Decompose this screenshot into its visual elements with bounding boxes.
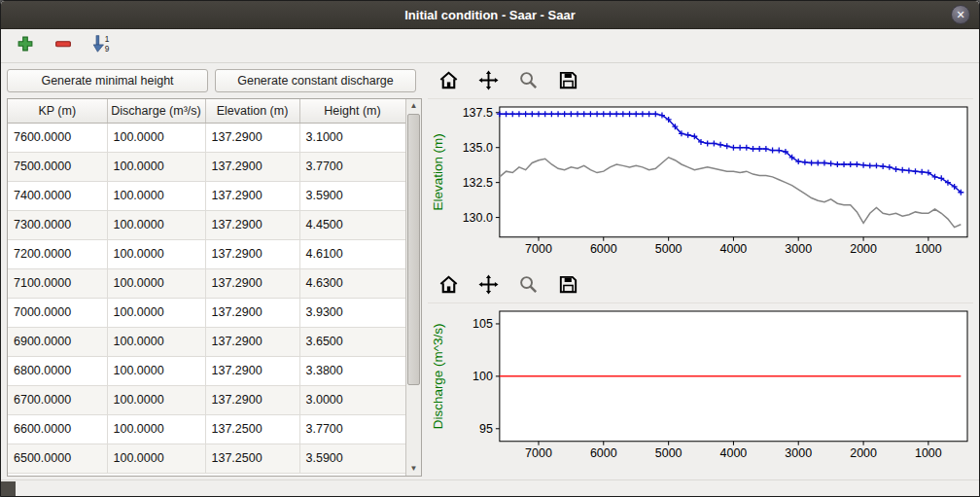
save-icon — [557, 69, 579, 95]
zoom-button[interactable] — [515, 274, 541, 300]
save-button[interactable] — [555, 70, 580, 95]
table-cell[interactable]: 4.6300 — [299, 268, 405, 298]
table-cell[interactable]: 137.2500 — [205, 414, 299, 444]
table-row[interactable]: 6900.0000100.0000137.29003.6500 — [8, 327, 405, 356]
table-cell[interactable]: 7500.0000 — [8, 152, 107, 181]
table-cell[interactable]: 137.2900 — [205, 356, 299, 385]
svg-text:135.0: 135.0 — [463, 141, 493, 155]
home-button[interactable] — [436, 274, 461, 300]
table-cell[interactable]: 100.0000 — [107, 444, 205, 473]
table-cell[interactable]: 137.2900 — [205, 152, 299, 181]
table-cell[interactable]: 137.2900 — [205, 268, 299, 298]
table-cell[interactable]: 7100.0000 — [8, 268, 107, 298]
table-cell[interactable]: 100.0000 — [107, 239, 205, 268]
table-cell[interactable]: 137.2500 — [205, 444, 299, 473]
table-cell[interactable]: 100.0000 — [107, 181, 205, 210]
pan-button[interactable] — [475, 70, 501, 95]
table-row[interactable]: 6800.0000100.0000137.29003.3800 — [8, 356, 405, 385]
close-button[interactable]: ✕ — [951, 5, 970, 24]
table-cell[interactable]: 6900.0000 — [8, 327, 107, 356]
discharge-chart[interactable]: Discharge (m^3/s)95100105700060005000400… — [428, 303, 973, 475]
table-row[interactable]: 7300.0000100.0000137.29004.4500 — [8, 210, 405, 239]
table-row[interactable]: 7500.0000100.0000137.29003.7700 — [8, 152, 405, 181]
generate-minimal-height-button[interactable]: Generate minimal height — [7, 69, 208, 92]
table-cell[interactable]: 7000.0000 — [8, 298, 107, 327]
svg-text:1000: 1000 — [915, 446, 942, 460]
table-cell[interactable]: 3.3800 — [299, 356, 405, 385]
table-cell[interactable]: 3.6500 — [299, 327, 405, 356]
table-row[interactable]: 7600.0000100.0000137.29003.1000 — [8, 123, 405, 152]
table-cell[interactable]: 3.7700 — [299, 414, 405, 444]
table-cell[interactable]: 100.0000 — [107, 327, 205, 356]
table-cell[interactable]: 7200.0000 — [8, 239, 107, 268]
column-header[interactable]: KP (m) — [8, 99, 107, 123]
table-row[interactable]: 6700.0000100.0000137.29003.0000 — [8, 385, 405, 414]
scroll-down-icon[interactable]: ▼ — [406, 462, 421, 476]
table-cell[interactable]: 4.6100 — [299, 239, 405, 268]
table-cell[interactable]: 6500.0000 — [8, 444, 107, 473]
table-cell[interactable]: 3.5900 — [299, 444, 405, 473]
add-row-button[interactable] — [13, 33, 38, 58]
table-cell[interactable]: 7300.0000 — [8, 210, 107, 239]
svg-text:Elevation (m): Elevation (m) — [431, 133, 445, 210]
table-row[interactable]: 7100.0000100.0000137.29004.6300 — [8, 268, 405, 298]
main-toolbar: 1 9 — [1, 29, 979, 63]
discharge-chart-block: Discharge (m^3/s)95100105700060005000400… — [428, 270, 973, 475]
zoom-button[interactable] — [515, 70, 541, 95]
table-cell[interactable]: 137.2900 — [205, 123, 299, 152]
initial-condition-table: KP (m)Discharge (m³/s)Elevation (m)Heigh… — [7, 98, 422, 477]
table-cell[interactable]: 137.2900 — [205, 298, 299, 327]
table-cell[interactable]: 6700.0000 — [8, 385, 107, 414]
table-cell[interactable]: 100.0000 — [107, 268, 205, 298]
table-row[interactable]: 6500.0000100.0000137.25003.5900 — [8, 444, 405, 473]
table-row[interactable]: 6600.0000100.0000137.25003.7700 — [8, 414, 405, 444]
pan-button[interactable] — [475, 274, 501, 300]
save-button[interactable] — [555, 274, 580, 300]
table-cell[interactable]: 7400.0000 — [8, 181, 107, 210]
table-cell[interactable]: 6600.0000 — [8, 414, 107, 444]
table-cell[interactable]: 3.0000 — [299, 385, 405, 414]
table-cell[interactable]: 4.4500 — [299, 210, 405, 239]
table-cell[interactable]: 3.7700 — [299, 152, 405, 181]
table-cell[interactable]: 100.0000 — [107, 152, 205, 181]
scroll-up-icon[interactable]: ▲ — [406, 99, 421, 113]
table-cell[interactable]: 137.2900 — [205, 385, 299, 414]
table-cell[interactable]: 6800.0000 — [8, 356, 107, 385]
table-cell[interactable]: 100.0000 — [107, 210, 205, 239]
close-icon: ✕ — [956, 9, 964, 20]
svg-text:2000: 2000 — [850, 446, 877, 460]
svg-text:5000: 5000 — [655, 446, 682, 460]
content: Generate minimal height Generate constan… — [1, 63, 979, 481]
home-button[interactable] — [436, 70, 461, 95]
column-header[interactable]: Height (m) — [299, 99, 405, 123]
remove-row-button[interactable] — [51, 33, 76, 58]
table-cell[interactable]: 7600.0000 — [8, 123, 107, 152]
home-icon — [438, 69, 460, 95]
table-cell[interactable]: 3.5900 — [299, 181, 405, 210]
column-header[interactable]: Elevation (m) — [205, 99, 299, 123]
table-cell[interactable]: 137.2900 — [205, 327, 299, 356]
scrollbar-thumb[interactable] — [407, 114, 420, 385]
table-cell[interactable]: 100.0000 — [107, 414, 205, 444]
table-row[interactable]: 7400.0000100.0000137.29003.5900 — [8, 181, 405, 210]
table-cell[interactable]: 100.0000 — [107, 123, 205, 152]
svg-text:6000: 6000 — [590, 242, 617, 256]
table-cell[interactable]: 100.0000 — [107, 298, 205, 327]
table-cell[interactable]: 3.9300 — [299, 298, 405, 327]
table-cell[interactable]: 100.0000 — [107, 356, 205, 385]
table-cell[interactable]: 137.2900 — [205, 181, 299, 210]
resize-grip[interactable] — [1, 481, 16, 496]
elevation-chart[interactable]: Elevation (m)130.0132.5135.0137.57000600… — [428, 99, 973, 270]
table-cell[interactable]: 137.2900 — [205, 239, 299, 268]
generate-constant-discharge-button[interactable]: Generate constant discharge — [215, 69, 416, 92]
sort-rows-button[interactable]: 1 9 — [88, 33, 114, 58]
titlebar[interactable]: Initial condition - Saar - Saar ✕ — [1, 1, 979, 29]
table-cell[interactable]: 100.0000 — [107, 385, 205, 414]
table-cell[interactable]: 3.1000 — [299, 123, 405, 152]
table-cell[interactable]: 137.2900 — [205, 210, 299, 239]
table-row[interactable]: 7200.0000100.0000137.29004.6100 — [8, 239, 405, 268]
column-header[interactable]: Discharge (m³/s) — [107, 99, 205, 123]
table-scrollbar[interactable]: ▲ ▼ — [405, 99, 421, 476]
svg-text:137.5: 137.5 — [463, 106, 493, 120]
table-row[interactable]: 7000.0000100.0000137.29003.9300 — [8, 298, 405, 327]
